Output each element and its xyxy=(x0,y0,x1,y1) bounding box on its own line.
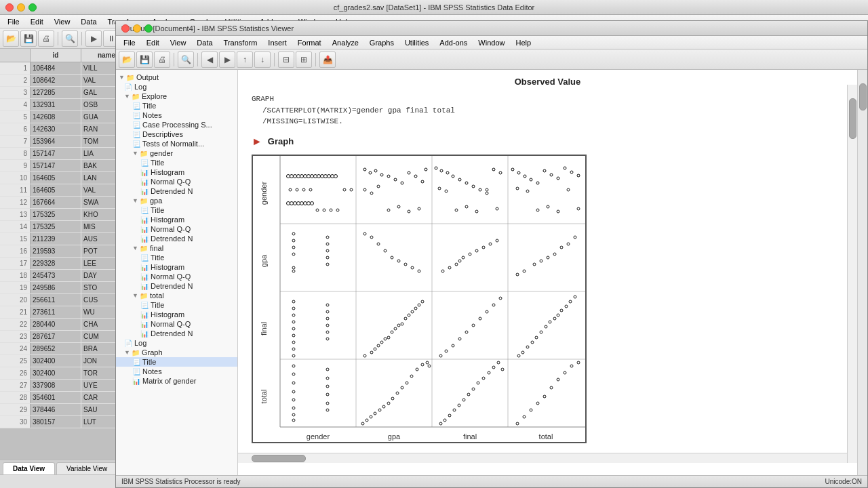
out-open-btn[interactable]: 📂 xyxy=(119,52,135,68)
tree-gpa-title[interactable]: 📃 Title xyxy=(116,205,237,215)
expand-final-icon[interactable]: ▼ xyxy=(132,245,138,251)
tree-graph-notes[interactable]: 📃 Notes xyxy=(116,367,237,376)
menu-file[interactable]: File xyxy=(3,17,24,26)
tree-log2[interactable]: 📄 Log xyxy=(116,338,237,348)
out-menu-file[interactable]: File xyxy=(119,38,140,47)
tree-vscroll[interactable] xyxy=(857,70,867,475)
out-menu-analyze[interactable]: Analyze xyxy=(328,38,363,47)
chart-icon: 📊 xyxy=(140,321,149,328)
tree-gender-hist[interactable]: 📊 Histogram xyxy=(116,167,237,177)
find-btn[interactable]: 🔍 xyxy=(62,30,78,47)
chart-icon: 📊 xyxy=(140,264,149,271)
out-menu-view[interactable]: View xyxy=(165,38,191,47)
max-btn[interactable] xyxy=(28,3,37,12)
out-menu-data[interactable]: Data xyxy=(192,38,217,47)
out-menu-transform[interactable]: Transform xyxy=(219,38,262,47)
tree-total-det[interactable]: 📊 Detrended N xyxy=(116,329,237,338)
tree-tests-normality[interactable]: 📃 Tests of Normalit... xyxy=(116,139,237,148)
tree-gpa[interactable]: ▼ 📁 gpa xyxy=(116,196,237,205)
tree-matrix-gender[interactable]: 📊 Matrix of gender xyxy=(116,376,237,386)
tree-gender-det[interactable]: 📊 Detrended N xyxy=(116,186,237,196)
tree-gpa-det[interactable]: 📊 Detrended N xyxy=(116,234,237,243)
output-main: Observed Value GRAPH /SCATTERPLOT(MATRIX… xyxy=(238,70,857,475)
print-btn[interactable]: 🖨 xyxy=(38,30,54,47)
tree-output[interactable]: ▼ 📁 Output xyxy=(116,73,237,82)
out-menu-utilities[interactable]: Utilities xyxy=(400,38,433,47)
save-btn[interactable]: 💾 xyxy=(20,30,37,47)
tree-case-proc[interactable]: 📃 Case Processing S... xyxy=(116,120,237,129)
tree-gender-qq[interactable]: 📊 Normal Q-Q xyxy=(116,177,237,186)
out-menu-graphs[interactable]: Graphs xyxy=(365,38,399,47)
tree-graph[interactable]: ▼ 📁 Graph xyxy=(116,348,237,357)
tree-final[interactable]: ▼ 📁 final xyxy=(116,243,237,253)
tree-descriptives[interactable]: 📃 Descriptives xyxy=(116,129,237,139)
output-menu-bar: File Edit View Data Transform Insert For… xyxy=(116,36,867,49)
close-btn[interactable] xyxy=(5,3,14,12)
svg-text:total: total xyxy=(539,432,553,441)
menu-data[interactable]: Data xyxy=(76,17,101,26)
expand-graph-icon[interactable]: ▼ xyxy=(124,349,130,356)
tree-graph-title[interactable]: 📃 Title xyxy=(116,357,237,367)
col-id: id xyxy=(31,49,81,62)
tree-final-det[interactable]: 📊 Detrended N xyxy=(116,281,237,291)
tree-final-hist[interactable]: 📊 Histogram xyxy=(116,262,237,272)
doc-icon: 📃 xyxy=(140,159,149,167)
tree-total-hist[interactable]: 📊 Histogram xyxy=(116,310,237,319)
out-collapse-btn[interactable]: ⊟ xyxy=(278,52,294,68)
out-down-btn[interactable]: ↓ xyxy=(254,52,271,68)
open-btn[interactable]: 📂 xyxy=(3,30,19,47)
out-save-btn[interactable]: 💾 xyxy=(136,52,153,68)
tree-gpa-hist[interactable]: 📊 Histogram xyxy=(116,215,237,224)
output-min-btn[interactable] xyxy=(133,24,141,33)
tab-data-view[interactable]: Data View xyxy=(3,462,55,474)
tree-explore-notes[interactable]: 📃 Notes xyxy=(116,110,237,120)
tree-gender-title[interactable]: 📃 Title xyxy=(116,158,237,167)
chart-icon: 📊 xyxy=(140,178,149,186)
tab-variable-view[interactable]: Variable View xyxy=(56,462,117,474)
tree-total-qq[interactable]: 📊 Normal Q-Q xyxy=(116,319,237,329)
out-print-btn[interactable]: 🖨 xyxy=(154,52,170,68)
tree-total-title[interactable]: 📃 Title xyxy=(116,300,237,310)
output-vscroll[interactable] xyxy=(847,85,857,463)
out-menu-insert[interactable]: Insert xyxy=(263,38,292,47)
expand-output-icon[interactable]: ▼ xyxy=(119,74,125,81)
tree-total[interactable]: ▼ 📁 total xyxy=(116,291,237,300)
out-fwd-btn[interactable]: ▶ xyxy=(219,52,235,68)
out-menu-format[interactable]: Format xyxy=(293,38,326,47)
tree-explore[interactable]: ▼ 📁 Explore xyxy=(116,92,237,101)
data-editor-window-controls[interactable] xyxy=(5,3,37,12)
out-find-btn[interactable]: 🔍 xyxy=(178,52,194,68)
tree-scroll-thumb[interactable] xyxy=(859,83,867,110)
out-menu-addons[interactable]: Add-ons xyxy=(435,38,472,47)
out-menu-help[interactable]: Help xyxy=(511,38,536,47)
out-up-btn[interactable]: ↑ xyxy=(237,52,253,68)
run-btn[interactable]: ▶ xyxy=(85,30,102,47)
out-export-btn[interactable]: 📤 xyxy=(319,52,336,68)
expand-total-icon[interactable]: ▼ xyxy=(132,292,138,299)
output-close-btn[interactable] xyxy=(121,24,130,33)
menu-edit[interactable]: Edit xyxy=(26,17,48,26)
expand-gender-icon[interactable]: ▼ xyxy=(132,150,138,157)
out-menu-window[interactable]: Window xyxy=(473,38,509,47)
min-btn[interactable] xyxy=(17,3,25,12)
menu-view[interactable]: View xyxy=(50,17,75,26)
expand-gpa-icon[interactable]: ▼ xyxy=(132,197,138,204)
hscroll-thumb[interactable] xyxy=(252,455,306,462)
scatter-matrix-svg[interactable]: gender gpa final total gender gpa final … xyxy=(253,156,585,441)
output-viewer-window: *Output4 [Document4] - IBM SPSS Statisti… xyxy=(115,20,868,488)
tree-final-title[interactable]: 📃 Title xyxy=(116,253,237,262)
output-max-btn[interactable] xyxy=(144,24,153,33)
expand-explore-icon[interactable]: ▼ xyxy=(124,93,130,100)
output-hscroll[interactable] xyxy=(238,453,847,463)
out-expand-btn[interactable]: ⊞ xyxy=(296,52,312,68)
out-back-btn[interactable]: ◀ xyxy=(201,52,218,68)
tree-log[interactable]: 📄 Log xyxy=(116,82,237,92)
final-folder-icon: 📁 xyxy=(140,245,148,252)
out-menu-edit[interactable]: Edit xyxy=(142,38,164,47)
tree-explore-title[interactable]: 📃 Title xyxy=(116,101,237,110)
vscroll-thumb[interactable] xyxy=(849,98,856,139)
tree-gender[interactable]: ▼ 📁 gender xyxy=(116,148,237,158)
output-window-controls[interactable] xyxy=(121,24,153,33)
tree-gpa-qq[interactable]: 📊 Normal Q-Q xyxy=(116,224,237,234)
tree-final-qq[interactable]: 📊 Normal Q-Q xyxy=(116,272,237,281)
